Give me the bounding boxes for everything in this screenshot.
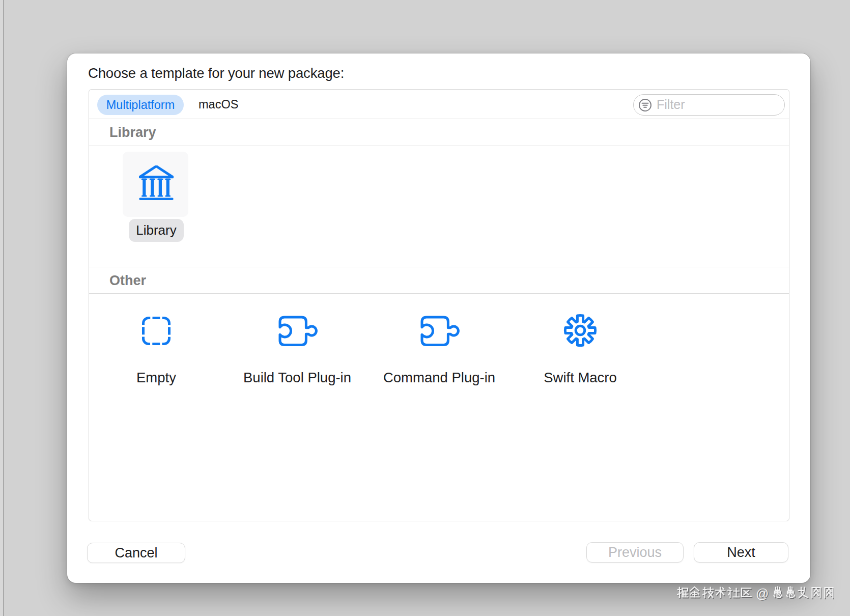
svg-text:@: @ bbox=[756, 586, 769, 601]
